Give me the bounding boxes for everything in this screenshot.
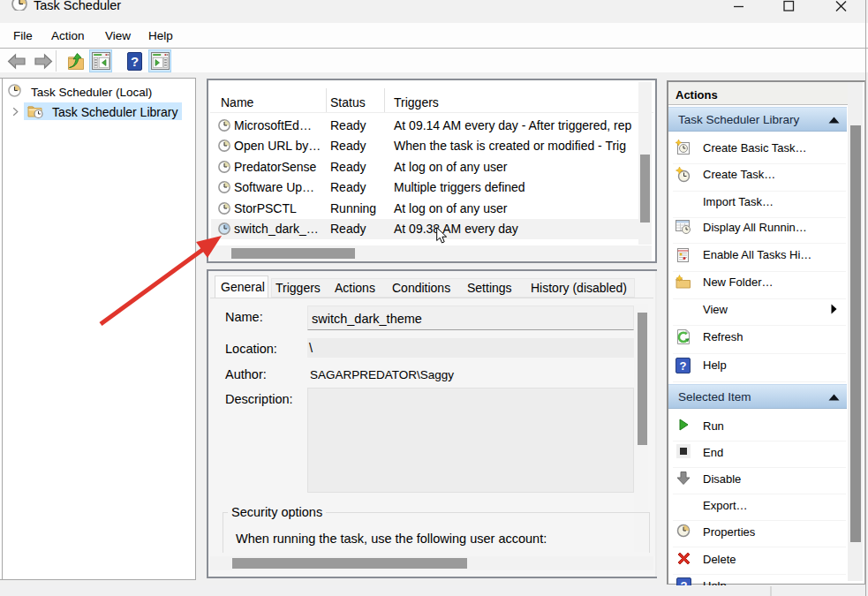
svg-text:?: ?	[131, 54, 139, 69]
svg-text:?: ?	[680, 359, 687, 373]
